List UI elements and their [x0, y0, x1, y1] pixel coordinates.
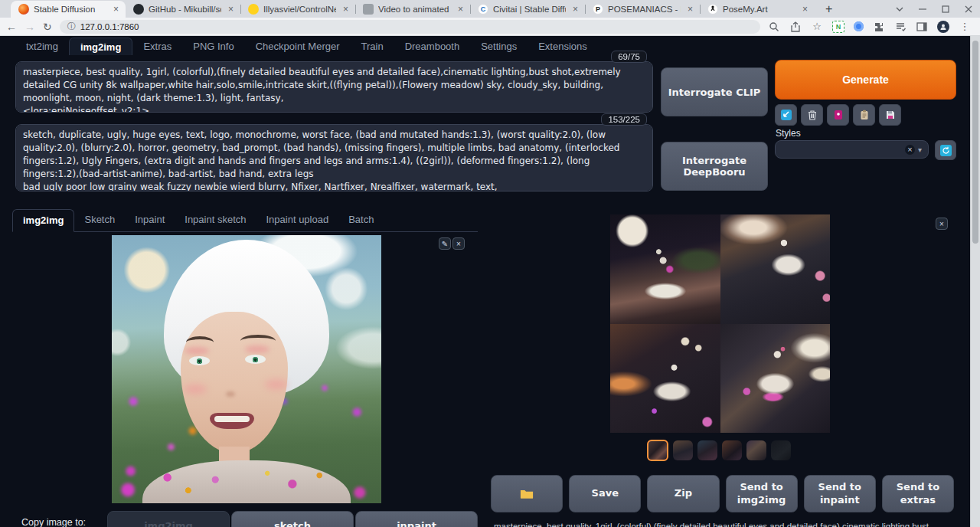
tab-dreambooth[interactable]: Dreambooth [394, 38, 471, 55]
side-panel-icon[interactable] [916, 21, 928, 33]
bookmark-star-icon[interactable]: ☆ [811, 21, 823, 33]
tab-close-icon[interactable]: × [800, 4, 810, 15]
clear-image-icon[interactable]: × [452, 237, 465, 250]
tab-txt2img[interactable]: txt2img [15, 38, 69, 55]
generated-image-1[interactable] [610, 214, 720, 324]
tab-close-icon[interactable]: × [685, 4, 695, 15]
thumbnail-6[interactable] [771, 440, 791, 460]
send-to-img2img-button[interactable]: Send to img2img [726, 475, 798, 512]
styles-clear-icon[interactable]: × [905, 145, 915, 155]
extensions-puzzle-icon[interactable] [873, 21, 885, 33]
tab-batch[interactable]: Batch [338, 209, 384, 231]
zoom-icon[interactable] [768, 21, 780, 33]
tab-inpaint[interactable]: Inpaint [125, 209, 175, 231]
source-image[interactable] [112, 235, 381, 503]
apply-style-button[interactable] [853, 104, 875, 126]
paste-params-button[interactable] [775, 104, 797, 126]
floppy-save-icon [885, 110, 896, 120]
extra-networks-button[interactable] [827, 104, 849, 126]
extension-n-icon[interactable]: N [832, 21, 844, 33]
window-maximize-button[interactable] [942, 5, 949, 13]
tab-extras[interactable]: Extras [132, 38, 182, 55]
sd-webui: txt2img img2img Extras PNG Info Checkpoi… [0, 36, 980, 527]
browser-tab-posemyart[interactable]: PoseMy.Art × [700, 1, 815, 18]
send-to-inpaint-button[interactable]: Send to inpaint [804, 475, 876, 512]
zip-button[interactable]: Zip [647, 475, 719, 512]
page-scrollbar[interactable] [970, 36, 980, 527]
tab-search-chevron-icon[interactable] [896, 7, 903, 11]
tab-title: POSEMANIACS - Royalty free 3 [608, 5, 681, 14]
edit-image-icon[interactable]: ✎ [439, 237, 451, 250]
profile-avatar[interactable] [937, 21, 949, 33]
huggingface-favicon-icon [248, 4, 259, 15]
interrogate-deepbooru-button[interactable]: Interrogate DeepBooru [661, 142, 768, 191]
tab-img2img-mode[interactable]: img2img [12, 209, 74, 232]
thumbnail-5[interactable] [746, 440, 766, 460]
tab-settings[interactable]: Settings [470, 38, 528, 55]
generated-image-4[interactable] [720, 324, 831, 434]
browser-tab-stable-diffusion[interactable]: Stable Diffusion × [11, 1, 126, 18]
negative-prompt-input[interactable]: sketch, duplicate, ugly, huge eyes, text… [15, 124, 653, 191]
save-button[interactable]: Save [569, 475, 641, 512]
send-to-extras-button[interactable]: Send to extras [882, 475, 954, 512]
window-close-button[interactable] [965, 5, 972, 13]
clear-prompt-button[interactable] [801, 104, 823, 126]
extension-blue-icon[interactable] [854, 21, 864, 31]
tab-extensions[interactable]: Extensions [528, 38, 598, 55]
tab-inpaint-sketch[interactable]: Inpaint sketch [175, 209, 256, 231]
tab-sketch[interactable]: Sketch [74, 209, 125, 231]
thumbnail-4[interactable] [722, 440, 742, 460]
open-folder-button[interactable] [491, 475, 563, 512]
tab-inpaint-upload[interactable]: Inpaint upload [256, 209, 338, 231]
reload-button[interactable]: ↻ [43, 21, 52, 32]
thumbnail-1-selected[interactable] [647, 440, 668, 461]
tab-close-icon[interactable]: × [456, 4, 466, 15]
tab-close-icon[interactable]: × [341, 4, 351, 15]
save-style-button[interactable] [879, 104, 901, 126]
styles-dropdown[interactable]: × ▾ [775, 140, 929, 159]
copy-to-img2img-button[interactable]: img2img [107, 511, 230, 527]
generate-button[interactable]: Generate [775, 60, 956, 100]
folder-icon [520, 488, 534, 499]
copy-to-sketch-button[interactable]: sketch [231, 511, 354, 527]
clipboard-icon [859, 110, 870, 120]
copy-to-inpaint-button[interactable]: inpaint [355, 511, 478, 527]
negative-token-counter: 153/225 [601, 113, 647, 126]
tab-title: GitHub - Mikubill/sd-webui-co [149, 5, 221, 14]
thumbnail-3[interactable] [697, 440, 717, 460]
styles-refresh-button[interactable] [935, 140, 956, 160]
tab-close-icon[interactable]: × [570, 4, 580, 15]
screen: Stable Diffusion × GitHub - Mikubill/sd-… [0, 0, 980, 527]
browser-menu-icon[interactable]: ⋮ [959, 21, 971, 33]
reading-list-icon[interactable] [894, 21, 906, 33]
tab-close-icon[interactable]: × [226, 4, 236, 15]
thumbnail-2[interactable] [673, 440, 693, 460]
generated-image-2[interactable] [720, 214, 831, 324]
window-minimize-button[interactable] [919, 5, 926, 13]
browser-tab-gif-converter[interactable]: Video to animated GIF converter × [355, 1, 470, 18]
site-info-icon[interactable]: ⓘ [67, 21, 76, 32]
trash-icon [807, 110, 818, 120]
share-icon[interactable] [789, 21, 802, 33]
browser-tab-controlnet[interactable]: Illyasviel/ControlNet at main × [240, 1, 355, 18]
browser-tab-civitai[interactable]: C Civitai | Stable Diffusion model × [470, 1, 585, 18]
interrogate-clip-button[interactable]: Interrogate CLIP [661, 67, 768, 116]
prompt-input[interactable]: masterpiece, best quality, 1girl, (color… [15, 61, 653, 113]
new-tab-button[interactable]: + [821, 2, 837, 16]
back-button[interactable]: ← [6, 21, 17, 32]
browser-tab-github[interactable]: GitHub - Mikubill/sd-webui-co × [126, 1, 240, 18]
chevron-down-icon: ▾ [918, 146, 922, 154]
address-bar[interactable]: ⓘ 127.0.0.1:7860 [60, 20, 760, 34]
tab-checkpoint-merger[interactable]: Checkpoint Merger [245, 38, 351, 55]
tab-train[interactable]: Train [351, 38, 394, 55]
browser-tab-posemaniacs[interactable]: P POSEMANIACS - Royalty free 3 × [585, 1, 700, 18]
posemaniacs-favicon-icon: P [593, 4, 603, 15]
forward-button[interactable]: → [24, 21, 35, 32]
scrollbar-thumb[interactable] [972, 41, 978, 244]
tab-img2img[interactable]: img2img [69, 38, 132, 55]
tab-close-icon[interactable]: × [111, 4, 121, 15]
tab-png-info[interactable]: PNG Info [182, 38, 244, 55]
gallery-close-icon[interactable]: × [936, 218, 948, 230]
generated-image-3[interactable] [610, 324, 720, 434]
gallery-preview[interactable] [610, 214, 830, 433]
